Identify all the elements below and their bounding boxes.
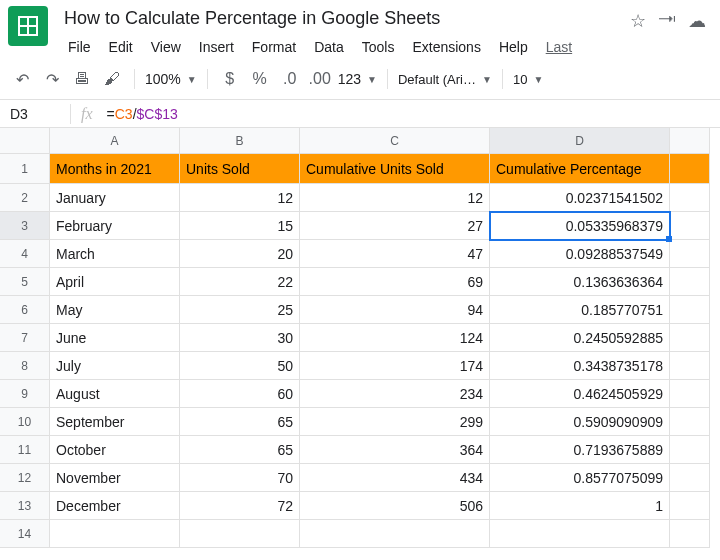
doc-title[interactable]: How to Calculate Percentage in Google Sh… (60, 6, 630, 31)
cell[interactable] (50, 520, 180, 548)
percent-icon[interactable]: % (248, 67, 272, 91)
cell[interactable]: 0.8577075099 (490, 464, 670, 492)
row-header[interactable]: 9 (0, 380, 50, 408)
row-header[interactable]: 14 (0, 520, 50, 548)
cell[interactable] (670, 408, 710, 436)
cell[interactable]: November (50, 464, 180, 492)
decrease-decimal-icon[interactable]: .0 (278, 67, 302, 91)
cell[interactable]: 50 (180, 352, 300, 380)
menu-help[interactable]: Help (491, 35, 536, 59)
cell[interactable]: 0.185770751 (490, 296, 670, 324)
cell[interactable]: 174 (300, 352, 490, 380)
menu-data[interactable]: Data (306, 35, 352, 59)
menu-format[interactable]: Format (244, 35, 304, 59)
undo-icon[interactable]: ↶ (10, 67, 34, 91)
cell[interactable]: 364 (300, 436, 490, 464)
cell-selected[interactable]: 0.05335968379 (490, 212, 670, 240)
menu-extensions[interactable]: Extensions (404, 35, 488, 59)
menu-tools[interactable]: Tools (354, 35, 403, 59)
cell-reference[interactable]: D3 (0, 106, 70, 122)
row-header[interactable]: 12 (0, 464, 50, 492)
zoom-select[interactable]: 100%▼ (145, 71, 197, 87)
row-header[interactable]: 7 (0, 324, 50, 352)
cell[interactable] (670, 268, 710, 296)
row-header[interactable]: 4 (0, 240, 50, 268)
sheets-logo[interactable] (8, 6, 48, 46)
cell[interactable] (670, 184, 710, 212)
cell[interactable]: 0.5909090909 (490, 408, 670, 436)
cell[interactable] (670, 492, 710, 520)
cell[interactable] (670, 464, 710, 492)
row-header[interactable]: 11 (0, 436, 50, 464)
menu-last-edit[interactable]: Last (538, 35, 580, 59)
formula-input[interactable]: =C3/$C$13 (107, 106, 178, 122)
col-header-d[interactable]: D (490, 128, 670, 154)
cell[interactable] (300, 520, 490, 548)
menu-edit[interactable]: Edit (101, 35, 141, 59)
increase-decimal-icon[interactable]: .00 (308, 67, 332, 91)
col-header-b[interactable]: B (180, 128, 300, 154)
more-formats[interactable]: 123▼ (338, 71, 377, 87)
cell[interactable]: 0.1363636364 (490, 268, 670, 296)
cell[interactable]: 72 (180, 492, 300, 520)
cell[interactable]: 299 (300, 408, 490, 436)
cell[interactable] (670, 352, 710, 380)
cell[interactable]: January (50, 184, 180, 212)
cell[interactable]: 0.7193675889 (490, 436, 670, 464)
cell[interactable]: 65 (180, 436, 300, 464)
col-header-a[interactable]: A (50, 128, 180, 154)
cell[interactable]: 0.3438735178 (490, 352, 670, 380)
redo-icon[interactable]: ↷ (40, 67, 64, 91)
row-header[interactable]: 10 (0, 408, 50, 436)
star-icon[interactable]: ☆ (630, 10, 646, 32)
cell[interactable] (670, 212, 710, 240)
currency-icon[interactable]: $ (218, 67, 242, 91)
cell[interactable]: July (50, 352, 180, 380)
cell[interactable]: October (50, 436, 180, 464)
cell[interactable]: 25 (180, 296, 300, 324)
paint-format-icon[interactable]: 🖌 (100, 67, 124, 91)
cell[interactable]: Units Sold (180, 154, 300, 184)
menu-file[interactable]: File (60, 35, 99, 59)
cell[interactable]: 0.4624505929 (490, 380, 670, 408)
cell[interactable] (670, 240, 710, 268)
cell[interactable]: 20 (180, 240, 300, 268)
cell[interactable]: 0.2450592885 (490, 324, 670, 352)
row-header[interactable]: 6 (0, 296, 50, 324)
row-header[interactable]: 1 (0, 154, 50, 184)
cell[interactable]: 69 (300, 268, 490, 296)
cell[interactable]: September (50, 408, 180, 436)
cell[interactable]: 12 (180, 184, 300, 212)
cell[interactable]: 15 (180, 212, 300, 240)
cell[interactable]: Months in 2021 (50, 154, 180, 184)
menu-view[interactable]: View (143, 35, 189, 59)
row-header[interactable]: 5 (0, 268, 50, 296)
row-header[interactable]: 2 (0, 184, 50, 212)
cell[interactable]: March (50, 240, 180, 268)
cell[interactable]: May (50, 296, 180, 324)
cell[interactable] (670, 154, 710, 184)
cell[interactable]: 124 (300, 324, 490, 352)
cell[interactable]: February (50, 212, 180, 240)
cell[interactable]: December (50, 492, 180, 520)
cell[interactable]: 30 (180, 324, 300, 352)
row-header[interactable]: 8 (0, 352, 50, 380)
cell[interactable] (670, 296, 710, 324)
cell[interactable]: Cumulative Percentage (490, 154, 670, 184)
cell[interactable] (490, 520, 670, 548)
cloud-icon[interactable]: ☁ (688, 10, 706, 32)
select-all-corner[interactable] (0, 128, 50, 154)
cell[interactable] (670, 324, 710, 352)
cell[interactable]: 65 (180, 408, 300, 436)
cell[interactable]: 12 (300, 184, 490, 212)
cell[interactable] (670, 436, 710, 464)
row-header[interactable]: 3 (0, 212, 50, 240)
row-header[interactable]: 13 (0, 492, 50, 520)
cell[interactable]: 1 (490, 492, 670, 520)
cell[interactable]: 234 (300, 380, 490, 408)
cell[interactable]: August (50, 380, 180, 408)
cell[interactable]: 94 (300, 296, 490, 324)
cell[interactable]: 47 (300, 240, 490, 268)
cell[interactable]: 27 (300, 212, 490, 240)
cell[interactable]: 70 (180, 464, 300, 492)
